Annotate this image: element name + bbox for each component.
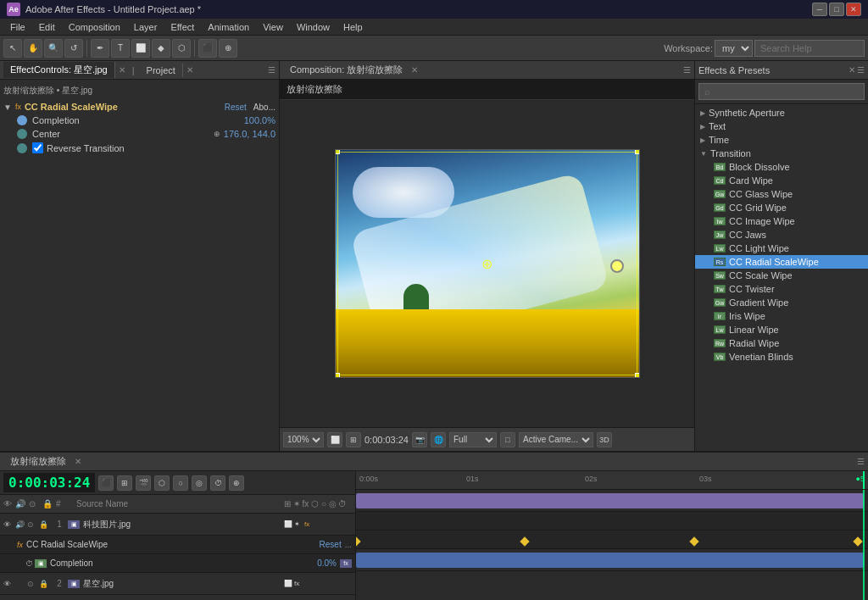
- layer-row-1[interactable]: 👁 🔊 ⊙ 🔒 1 ▣ 科技图片.jpg ⬜ ✶ fx: [0, 514, 355, 536]
- effect-cc-twister[interactable]: Tw CC Twister: [695, 282, 868, 296]
- menu-composition[interactable]: Composition: [62, 20, 127, 34]
- timeline-timecode[interactable]: 0:00:03:24: [3, 473, 95, 492]
- playhead[interactable]: [863, 471, 865, 489]
- effect-cc-glass-wipe[interactable]: Gw CC Glass Wipe: [695, 187, 868, 201]
- effects-panel-menu[interactable]: ☰: [857, 65, 865, 75]
- param-center-value[interactable]: 176.0, 144.0: [224, 129, 275, 139]
- switch-2[interactable]: ✶: [294, 520, 303, 529]
- timeline-tool-7[interactable]: ⏱: [210, 475, 225, 491]
- effect-controls-close[interactable]: ✕: [117, 65, 127, 75]
- comp-canvas[interactable]: ⊕: [280, 100, 694, 427]
- audio-icon-1[interactable]: 🔊: [15, 520, 27, 529]
- effect-reset-btn[interactable]: Reset: [320, 540, 342, 549]
- effect-cc-jaws[interactable]: Jw CC Jaws: [695, 228, 868, 242]
- handle-bl[interactable]: [335, 373, 340, 378]
- handle-br[interactable]: [635, 373, 640, 378]
- keyframe-mid2[interactable]: [689, 536, 698, 546]
- maximize-button[interactable]: □: [829, 3, 844, 16]
- tab-project[interactable]: Project: [140, 64, 183, 77]
- fit-button[interactable]: ⬜: [327, 432, 342, 447]
- effects-panel-close[interactable]: ✕: [847, 65, 857, 75]
- search-help-input[interactable]: [754, 40, 865, 57]
- effect-cc-radial-scalewipe[interactable]: Rs CC Radial ScaleWipe: [695, 255, 868, 269]
- text-tool[interactable]: T: [111, 39, 130, 58]
- workspace-select[interactable]: my: [715, 40, 753, 57]
- zoom-tool[interactable]: 🔍: [44, 39, 63, 58]
- category-synthetic-aperture[interactable]: ▶ Synthetic Aperture: [695, 106, 868, 119]
- comp-menu-icon[interactable]: ☰: [683, 65, 691, 75]
- handle-tl[interactable]: [335, 149, 340, 154]
- pen-tool[interactable]: ✒: [91, 39, 109, 58]
- switch-1[interactable]: ⬜: [284, 520, 292, 529]
- comp-props-button[interactable]: ⊞: [346, 432, 361, 447]
- menu-effect[interactable]: Effect: [164, 20, 201, 34]
- stopwatch-center[interactable]: [17, 129, 27, 139]
- region-button[interactable]: □: [500, 432, 515, 447]
- switch-2-fx[interactable]: fx: [294, 580, 303, 588]
- effect-venetian-blinds[interactable]: Vb Venetian Blinds: [695, 350, 868, 364]
- category-transition[interactable]: ▼ Transition: [695, 147, 868, 160]
- brush-tool[interactable]: ⬜: [131, 39, 150, 58]
- selection-tool[interactable]: ↖: [3, 39, 22, 58]
- solo-icon-2[interactable]: ⊙: [27, 580, 39, 588]
- effect-radial-wipe[interactable]: Rw Radial Wipe: [695, 336, 868, 350]
- layer-row-2[interactable]: 👁 ⊙ 🔒 2 ▣ 星空.jpg ⬜ fx: [0, 573, 355, 595]
- minimize-button[interactable]: ─: [812, 3, 827, 16]
- window-controls[interactable]: ─ □ ✕: [812, 3, 861, 16]
- effect-cc-grid-wipe[interactable]: Gd CC Grid Wipe: [695, 201, 868, 214]
- timeline-tool-3[interactable]: 🎬: [136, 475, 151, 491]
- mask-tool[interactable]: ⬛: [198, 39, 217, 58]
- menu-layer[interactable]: Layer: [127, 20, 164, 34]
- 3d-button[interactable]: 3D: [597, 432, 612, 447]
- keyframe-end[interactable]: [853, 536, 862, 546]
- comp-close[interactable]: ✕: [409, 65, 420, 75]
- reverse-checkbox[interactable]: [32, 142, 43, 153]
- menu-edit[interactable]: Edit: [32, 20, 62, 34]
- project-close[interactable]: ✕: [185, 65, 195, 75]
- menu-help[interactable]: Help: [337, 20, 370, 34]
- timeline-tab[interactable]: 放射缩放擦除: [3, 453, 73, 469]
- track-bar-2[interactable]: [356, 553, 864, 568]
- effect-gradient-wipe[interactable]: Gw Gradient Wipe: [695, 296, 868, 309]
- hand-tool[interactable]: ✋: [24, 39, 42, 58]
- menu-window[interactable]: Window: [290, 20, 337, 34]
- reset-button[interactable]: Reset: [225, 103, 247, 112]
- effect-block-dissolve[interactable]: Bd Block Dissolve: [695, 160, 868, 174]
- stopwatch-completion[interactable]: [17, 115, 27, 125]
- timeline-tool-6[interactable]: ◎: [192, 475, 207, 491]
- camera-select[interactable]: Active Came...: [519, 432, 593, 447]
- timeline-ruler[interactable]: 0:00s 01s 02s 03s ●5: [356, 471, 868, 490]
- vis-icon-2[interactable]: 👁: [3, 580, 15, 588]
- effect-cc-light-wipe[interactable]: Lw CC Light Wipe: [695, 242, 868, 255]
- timeline-tool-8[interactable]: ⊕: [229, 475, 244, 491]
- track-bar-1[interactable]: [356, 493, 864, 508]
- rotate-tool[interactable]: ↺: [64, 39, 83, 58]
- timeline-tool-1[interactable]: ⬛: [98, 475, 114, 491]
- menu-file[interactable]: File: [3, 20, 32, 34]
- effect-cc-image-wipe[interactable]: Iw CC Image Wipe: [695, 214, 868, 228]
- zoom-select[interactable]: 100% 50% 200%: [283, 432, 324, 447]
- lock-icon-1[interactable]: 🔒: [39, 520, 51, 529]
- menu-view[interactable]: View: [256, 20, 290, 34]
- keyframe-start[interactable]: [356, 536, 361, 546]
- tab-effect-controls[interactable]: EffectControls: 星空.jpg: [3, 62, 115, 78]
- handle-tr[interactable]: [635, 149, 640, 154]
- expand-arrow[interactable]: ▼: [3, 103, 12, 112]
- puppet-tool[interactable]: ⊕: [219, 39, 237, 58]
- timeline-tool-2[interactable]: ⊞: [117, 475, 132, 491]
- paint-tool[interactable]: ◆: [152, 39, 170, 58]
- stopwatch-icon-comp[interactable]: ⏱: [25, 559, 33, 568]
- quality-select[interactable]: Full Half Quarter: [449, 432, 497, 447]
- about-button[interactable]: Abo...: [253, 103, 275, 112]
- panel-menu-icon[interactable]: ☰: [268, 65, 275, 75]
- timeline-tool-4[interactable]: ⬡: [154, 475, 170, 491]
- category-text[interactable]: ▶ Text: [695, 119, 868, 133]
- switch-fx[interactable]: fx: [304, 520, 313, 529]
- crosshair-icon[interactable]: ⊕: [214, 130, 220, 138]
- stopwatch-reverse[interactable]: [17, 143, 27, 153]
- comp-tab[interactable]: Composition: 放射缩放擦除: [283, 62, 409, 78]
- switch-2-1[interactable]: ⬜: [284, 580, 292, 588]
- lock-icon-2[interactable]: 🔒: [39, 580, 51, 588]
- timeline-tab-close[interactable]: ✕: [73, 457, 83, 467]
- solo-icon-1[interactable]: ⊙: [27, 520, 39, 529]
